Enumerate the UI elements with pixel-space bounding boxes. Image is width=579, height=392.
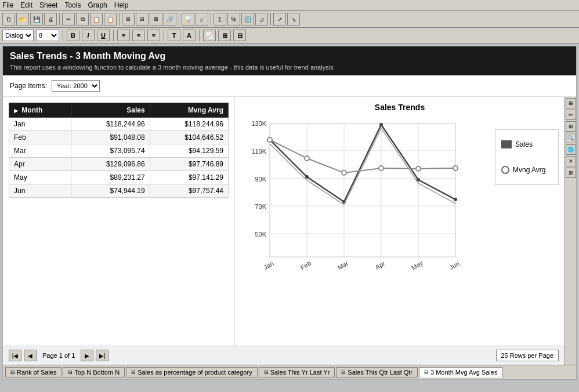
tab-sales-pct[interactable]: ⊟ Sales as percentage of product categor… <box>126 367 258 378</box>
svg-text:Jan: Jan <box>262 260 274 271</box>
menu-help[interactable]: Help <box>114 1 129 9</box>
table-row: Jun $74,944.19 $97,757.44 <box>9 184 229 198</box>
print-btn[interactable]: 🖨 <box>44 13 57 26</box>
legend-mvng-label: Mvng Avrg <box>513 166 545 174</box>
save-btn[interactable]: 💾 <box>30 13 43 26</box>
rp-btn-4[interactable]: 🔍 <box>566 133 576 143</box>
cell-sales: $129,096.86 <box>71 158 150 171</box>
format-bar: Dialog 8 B I U ≡ ≡ ≡ T A 📈 ⊞ ⊟ <box>0 28 579 43</box>
svg-text:110K: 110K <box>251 148 266 155</box>
year-select[interactable]: Year: 2000 <box>52 80 100 92</box>
font-select[interactable]: Dialog <box>2 30 34 41</box>
underline-btn[interactable]: U <box>97 30 110 41</box>
legend-sales: Sales <box>501 140 552 148</box>
menu-edit[interactable]: Edit <box>20 1 32 9</box>
sum-btn[interactable]: Σ <box>213 13 226 26</box>
report-title: Sales Trends - 3 Month Moving Avg <box>10 51 569 61</box>
rp-btn-3[interactable]: ⊞ <box>566 121 576 132</box>
svg-point-27 <box>379 123 383 126</box>
filter-btn[interactable]: ⊿ <box>255 13 268 26</box>
svg-text:Feb: Feb <box>299 260 312 271</box>
svg-text:130K: 130K <box>251 120 266 127</box>
cell-month: May <box>9 171 71 184</box>
page-info: Page 1 of 1 <box>42 352 75 359</box>
format-sep-2 <box>113 30 114 41</box>
menu-tools[interactable]: Tools <box>64 1 81 9</box>
first-page-btn[interactable]: |◀ <box>9 350 21 361</box>
report-subtitle: This report uses a windowing function to… <box>10 64 569 71</box>
cut-btn[interactable]: ✂ <box>62 13 75 26</box>
format-sep-3 <box>164 30 164 41</box>
paste2-btn[interactable]: 📋 <box>104 13 117 26</box>
table-row: Jan $118,244.96 $118,244.96 <box>9 118 229 131</box>
toolbar-sep-2 <box>119 13 120 26</box>
rp-btn-5[interactable]: 🌐 <box>566 144 576 155</box>
prev-page-btn[interactable]: ◀ <box>24 350 37 361</box>
cell-mvng-avrg: $97,757.44 <box>150 184 228 198</box>
legend-mvng: Mvng Avrg <box>501 166 552 174</box>
align-right-btn[interactable]: ≡ <box>147 30 160 41</box>
tab-qtr-label: Sales This Qtr Last Qtr <box>348 369 412 376</box>
chart-btn[interactable]: 📊 <box>182 13 194 26</box>
bold-btn[interactable]: B <box>67 30 79 41</box>
table-btn[interactable]: ⊞ <box>218 30 231 41</box>
chart-legend: Sales Mvng Avrg <box>495 129 559 185</box>
paste-btn[interactable]: 📋 <box>90 13 103 26</box>
align-center-btn[interactable]: ≡ <box>132 30 145 41</box>
import-btn[interactable]: ↘ <box>287 13 300 26</box>
copy-btn[interactable]: ⧉ <box>76 13 89 26</box>
pct-btn[interactable]: % <box>227 13 240 26</box>
rp-btn-2[interactable]: ✏ <box>566 110 576 120</box>
rp-btn-6[interactable]: ✕ <box>566 156 576 166</box>
tab-yr-label: Sales This Yr Last Yr <box>270 369 330 376</box>
report-header: Sales Trends - 3 Month Moving Avg This r… <box>3 46 576 75</box>
menu-sheet[interactable]: Sheet <box>39 1 57 9</box>
open-btn[interactable]: 📂 <box>16 13 29 26</box>
legend-mvng-icon <box>501 166 509 174</box>
rp-btn-1[interactable]: ⊞ <box>566 98 576 108</box>
format-btn-2[interactable]: A <box>183 30 196 41</box>
col-sales: Sales <box>71 103 150 118</box>
last-page-btn[interactable]: ▶| <box>96 350 108 361</box>
cell-sales: $118,244.96 <box>71 118 150 131</box>
cell-mvng-avrg: $97,746.89 <box>150 158 228 171</box>
table-row: Feb $91,048.08 $104,646.52 <box>9 131 229 144</box>
toolbar-sep-1 <box>59 13 60 26</box>
cell-month: Jan <box>9 118 71 131</box>
tb-btn-4[interactable]: 🔗 <box>164 13 176 26</box>
calc-btn[interactable]: 🔢 <box>241 13 254 26</box>
tab-top-n-bottom-n[interactable]: ⊟ Top N Bottom N <box>63 367 125 378</box>
size-select[interactable]: 8 <box>36 30 59 41</box>
export-btn[interactable]: ↗ <box>273 13 286 26</box>
tab-sales-yr[interactable]: ⊟ Sales This Yr Last Yr <box>259 367 335 378</box>
tab-rank-of-sales[interactable]: ⊟ Rank of Sales <box>5 367 61 378</box>
pagination: |◀ ◀ Page 1 of 1 ▶ ▶| 25 Rows per Page <box>3 346 564 365</box>
table-row: Apr $129,096.86 $97,746.89 <box>9 158 229 171</box>
svg-text:May: May <box>410 259 424 271</box>
tab-rank-icon: ⊟ <box>10 369 15 375</box>
italic-btn[interactable]: I <box>82 30 95 41</box>
toolbar: 🗋 📂 💾 🖨 ✂ ⧉ 📋 📋 ⊞ ⊟ ⊠ 🔗 📊 ⌂ Σ % 🔢 ⊿ ↗ ↘ <box>0 11 579 28</box>
format-btn-1[interactable]: T <box>168 30 180 41</box>
tab-sales-qtr[interactable]: ⊟ Sales This Qtr Last Qtr <box>336 367 418 378</box>
menu-graph[interactable]: Graph <box>88 1 107 9</box>
next-page-btn[interactable]: ▶ <box>81 350 93 361</box>
align-left-btn[interactable]: ≡ <box>117 30 130 41</box>
tab-3month[interactable]: ⊟ 3 Month Mvg Avg Sales <box>419 367 502 378</box>
tb-btn-2[interactable]: ⊟ <box>136 13 149 26</box>
tb-btn-3[interactable]: ⊠ <box>150 13 162 26</box>
tb-btn-1[interactable]: ⊞ <box>122 13 135 26</box>
pivot-btn[interactable]: ⊟ <box>233 30 246 41</box>
svg-point-34 <box>416 166 421 171</box>
svg-text:Jun: Jun <box>448 260 460 271</box>
svg-rect-0 <box>270 124 455 257</box>
chart-type-btn[interactable]: 📈 <box>203 30 216 41</box>
rows-per-page-btn[interactable]: 25 Rows per Page <box>496 350 559 361</box>
chart-area: 130K 110K 90K 70K 50K Jan Feb Mar Apr <box>241 118 559 276</box>
tab-3m-label: 3 Month Mvg Avg Sales <box>430 369 497 376</box>
menu-file[interactable]: File <box>2 1 13 9</box>
tb-btn-5[interactable]: ⌂ <box>196 13 208 26</box>
svg-text:90K: 90K <box>255 176 266 183</box>
rp-btn-7[interactable]: ⊞ <box>566 168 576 178</box>
new-btn[interactable]: 🗋 <box>2 13 15 26</box>
